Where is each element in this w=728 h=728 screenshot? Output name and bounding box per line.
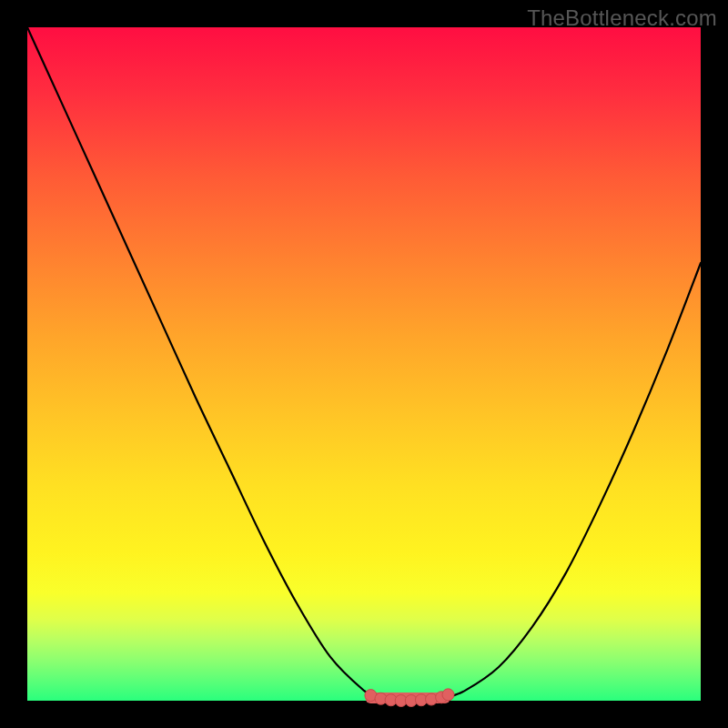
plot-area xyxy=(27,27,701,701)
watermark-text: TheBottleneck.com xyxy=(527,5,717,31)
chart-stage: TheBottleneck.com xyxy=(0,0,728,728)
bottleneck-curve xyxy=(27,27,701,701)
valley-markers xyxy=(365,689,454,707)
curve-layer xyxy=(27,27,701,701)
valley-marker-dot xyxy=(442,689,454,701)
